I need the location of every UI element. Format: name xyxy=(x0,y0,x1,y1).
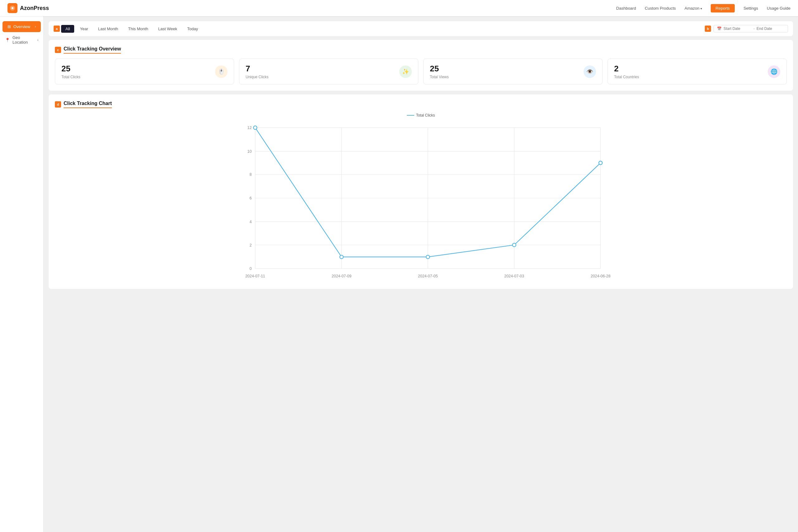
stat-card-total-views: 25 Total Views 👁️ xyxy=(423,59,603,84)
svg-text:2024-07-11: 2024-07-11 xyxy=(245,274,265,278)
date-input-group: 📅 - xyxy=(714,25,788,33)
chart-panel: d Click Tracking Chart Total Clicks 0 2 xyxy=(49,94,793,289)
data-point-4 xyxy=(599,161,602,165)
total-countries-label: Total Countries xyxy=(614,75,639,79)
sidebar-geo-label: Geo Location xyxy=(13,35,35,44)
filter-tab-year[interactable]: Year xyxy=(75,25,92,33)
total-clicks-label: Total Clicks xyxy=(61,75,80,79)
chart-legend: Total Clicks xyxy=(55,113,787,117)
geo-location-icon: 📍 xyxy=(5,38,10,42)
stat-card-unique-clicks: 7 Unique Clicks ✨ xyxy=(239,59,418,84)
svg-text:2024-07-03: 2024-07-03 xyxy=(505,274,524,278)
svg-text:0: 0 xyxy=(249,266,251,271)
svg-text:10: 10 xyxy=(247,149,252,154)
chevron-right-icon: › xyxy=(35,25,36,28)
svg-text:2024-07-09: 2024-07-09 xyxy=(332,274,352,278)
svg-text:4: 4 xyxy=(249,220,251,224)
stat-info-clicks: 25 Total Clicks xyxy=(61,64,80,79)
badge-b: b xyxy=(705,25,711,32)
unique-clicks-number: 7 xyxy=(246,64,268,74)
x-axis-labels: 2024-07-11 2024-07-09 2024-07-05 2024-07… xyxy=(245,274,610,278)
overview-title: Click Tracking Overview xyxy=(63,46,121,54)
nav-links: Dashboard Custom Products Amazon Reports… xyxy=(616,4,791,13)
filter-badge-container: a xyxy=(54,25,60,32)
stats-grid: 25 Total Clicks 🖱️ 7 Unique Clicks ✨ 25 xyxy=(55,59,787,84)
unique-icon: ✨ xyxy=(399,65,412,78)
svg-text:2024-06-28: 2024-06-28 xyxy=(591,274,611,278)
top-navigation: AzonPress Dashboard Custom Products Amaz… xyxy=(0,0,798,16)
stat-info-views: 25 Total Views xyxy=(430,64,449,79)
filter-tab-all[interactable]: All xyxy=(61,25,74,33)
overview-icon: ⊞ xyxy=(7,24,11,29)
nav-reports[interactable]: Reports xyxy=(711,4,735,13)
svg-text:12: 12 xyxy=(247,126,252,130)
nav-amazon[interactable]: Amazon xyxy=(685,6,702,11)
chart-header: d Click Tracking Chart xyxy=(55,101,787,108)
total-views-label: Total Views xyxy=(430,75,449,79)
unique-clicks-label: Unique Clicks xyxy=(246,75,268,79)
calendar-icon: 📅 xyxy=(717,26,722,31)
badge-a: a xyxy=(54,25,60,32)
overview-header: c Click Tracking Overview xyxy=(55,46,787,54)
svg-text:2024-07-05: 2024-07-05 xyxy=(418,274,438,278)
end-date-input[interactable] xyxy=(757,26,784,31)
legend-label: Total Clicks xyxy=(416,113,435,117)
filter-tab-last-month[interactable]: Last Month xyxy=(94,25,122,33)
sidebar-item-overview[interactable]: ⊞ Overview › xyxy=(2,21,41,32)
total-countries-number: 2 xyxy=(614,64,639,74)
chart-title: Click Tracking Chart xyxy=(63,101,112,108)
nav-dashboard[interactable]: Dashboard xyxy=(616,6,636,11)
chevron-right-geo-icon: › xyxy=(37,38,38,42)
nav-usage-guide[interactable]: Usage Guide xyxy=(767,6,791,11)
chart-container: 0 2 4 6 8 xyxy=(55,120,787,283)
filter-tabs: All Year Last Month This Month Last Week… xyxy=(61,25,704,33)
legend-line-icon xyxy=(407,115,414,116)
data-point-3 xyxy=(512,243,516,247)
countries-icon: 🌐 xyxy=(768,65,780,78)
nav-settings[interactable]: Settings xyxy=(743,6,758,11)
main-content: a All Year Last Month This Month Last We… xyxy=(44,16,798,532)
sidebar-item-geo-location[interactable]: 📍 Geo Location › xyxy=(0,32,43,48)
clicks-icon: 🖱️ xyxy=(215,65,228,78)
date-range-section: b 📅 - xyxy=(705,25,788,33)
filter-tab-today[interactable]: Today xyxy=(183,25,203,33)
svg-text:8: 8 xyxy=(249,172,251,177)
filter-bar: a All Year Last Month This Month Last We… xyxy=(49,21,793,36)
chart-svg: 0 2 4 6 8 xyxy=(55,120,787,283)
data-point-0 xyxy=(253,126,257,129)
filter-tab-last-week[interactable]: Last Week xyxy=(154,25,182,33)
total-views-number: 25 xyxy=(430,64,449,74)
svg-text:2: 2 xyxy=(249,243,251,247)
brand-name: AzonPress xyxy=(20,5,49,12)
badge-d: d xyxy=(55,101,61,108)
badge-c: c xyxy=(55,47,61,53)
svg-text:6: 6 xyxy=(249,196,251,201)
stat-info-countries: 2 Total Countries xyxy=(614,64,639,79)
logo[interactable]: AzonPress xyxy=(7,3,49,13)
views-icon: 👁️ xyxy=(584,65,596,78)
filter-tab-this-month[interactable]: This Month xyxy=(124,25,152,33)
overview-panel: c Click Tracking Overview 25 Total Click… xyxy=(49,40,793,91)
data-point-2 xyxy=(426,255,430,259)
start-date-input[interactable] xyxy=(723,26,752,31)
stat-info-unique: 7 Unique Clicks xyxy=(246,64,268,79)
main-layout: ⊞ Overview › 📍 Geo Location › a All Year… xyxy=(0,16,798,532)
date-separator: - xyxy=(754,26,755,31)
nav-custom-products[interactable]: Custom Products xyxy=(645,6,676,11)
data-point-1 xyxy=(340,255,343,259)
sidebar-overview-label: Overview xyxy=(14,24,30,29)
total-clicks-number: 25 xyxy=(61,64,80,74)
logo-icon xyxy=(7,3,17,13)
stat-card-total-countries: 2 Total Countries 🌐 xyxy=(608,59,787,84)
stat-card-total-clicks: 25 Total Clicks 🖱️ xyxy=(55,59,234,84)
y-axis-group: 0 2 4 6 8 xyxy=(247,126,601,271)
sidebar: ⊞ Overview › 📍 Geo Location › xyxy=(0,16,44,532)
